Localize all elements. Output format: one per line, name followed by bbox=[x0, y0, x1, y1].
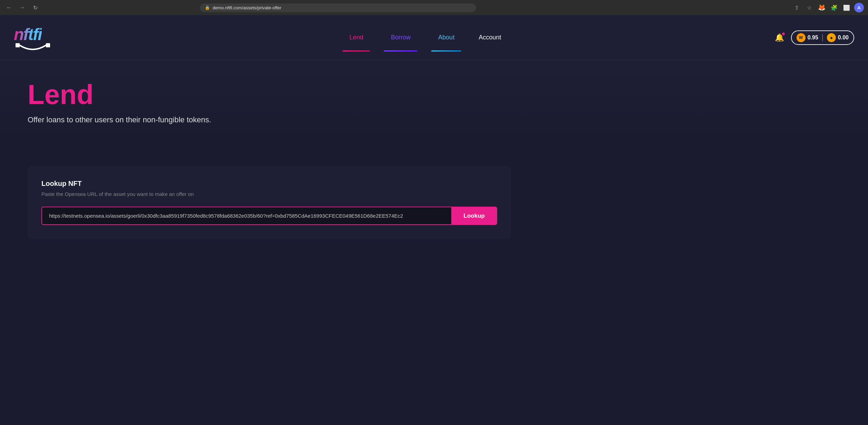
hero-section: Lend Offer loans to other users on their… bbox=[0, 60, 868, 145]
main-content: Lookup NFT Paste the Opensea URL of the … bbox=[0, 145, 868, 259]
wallet-divider bbox=[822, 34, 823, 41]
w-balance-value: 0.95 bbox=[808, 35, 818, 41]
app-header: nftfi Lend Borrow About Account 🔔 bbox=[0, 15, 868, 60]
lookup-input[interactable] bbox=[41, 207, 451, 225]
logo-link[interactable]: nftfi bbox=[14, 25, 52, 50]
notification-button[interactable]: 🔔 bbox=[775, 33, 784, 42]
lookup-input-row: Lookup bbox=[41, 207, 497, 225]
browser-chrome: ← → ↻ 🔒 demo.nftfi.com/assets/private-of… bbox=[0, 0, 868, 15]
main-nav: Lend Borrow About Account bbox=[73, 24, 775, 51]
lookup-subtitle: Paste the Opensea URL of the asset you w… bbox=[41, 191, 497, 197]
forward-button[interactable]: → bbox=[17, 3, 27, 12]
browser-actions: ⇧ ☆ 🦊 🧩 ⬜ A bbox=[792, 3, 864, 12]
lookup-card: Lookup NFT Paste the Opensea URL of the … bbox=[28, 166, 511, 239]
logo-fi: fi bbox=[33, 25, 41, 44]
notification-badge bbox=[782, 32, 785, 35]
nav-about[interactable]: About bbox=[424, 24, 468, 51]
bookmark-button[interactable]: ☆ bbox=[804, 3, 814, 12]
nav-lend[interactable]: Lend bbox=[336, 24, 377, 51]
nav-borrow[interactable]: Borrow bbox=[377, 24, 424, 51]
lock-icon: 🔒 bbox=[205, 5, 210, 10]
window-button[interactable]: ⬜ bbox=[842, 3, 851, 12]
extensions-button[interactable]: 🧩 bbox=[829, 3, 839, 12]
back-button[interactable]: ← bbox=[4, 3, 14, 12]
eth-balance-item: ● 0.00 bbox=[827, 33, 849, 42]
w-token-icon: W bbox=[797, 33, 806, 42]
lookup-button[interactable]: Lookup bbox=[451, 207, 497, 225]
eth-token-icon: ● bbox=[827, 33, 836, 42]
hero-title: Lend bbox=[28, 81, 840, 108]
share-button[interactable]: ⇧ bbox=[792, 3, 802, 12]
wallet-balance[interactable]: W 0.95 ● 0.00 bbox=[791, 30, 854, 45]
header-right: 🔔 W 0.95 ● 0.00 bbox=[775, 30, 854, 45]
lookup-title: Lookup NFT bbox=[41, 180, 497, 188]
metamask-icon[interactable]: 🦊 bbox=[817, 3, 827, 12]
eth-balance-value: 0.00 bbox=[838, 35, 849, 41]
logo-nft: nft bbox=[14, 25, 33, 44]
hero-subtitle: Offer loans to other users on their non-… bbox=[28, 115, 840, 124]
url-text: demo.nftfi.com/assets/private-offer bbox=[213, 5, 281, 10]
reload-button[interactable]: ↻ bbox=[30, 3, 40, 12]
w-balance-item: W 0.95 bbox=[797, 33, 818, 42]
profile-avatar[interactable]: A bbox=[854, 3, 864, 12]
nav-account[interactable]: Account bbox=[468, 34, 511, 41]
address-bar[interactable]: 🔒 demo.nftfi.com/assets/private-offer bbox=[200, 3, 476, 12]
